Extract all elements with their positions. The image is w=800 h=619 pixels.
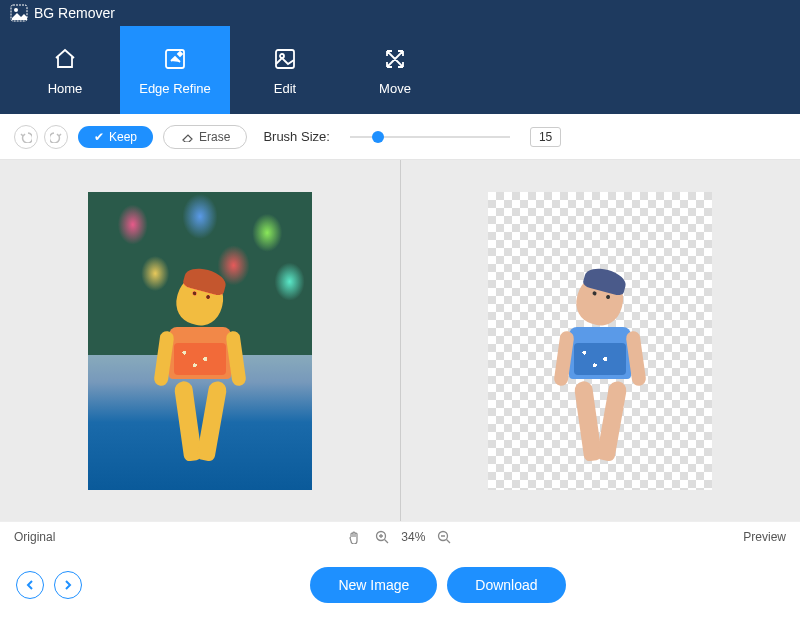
pan-hand-icon[interactable] <box>345 528 363 546</box>
toolbar: ✔ Keep Erase Brush Size: 15 <box>0 114 800 160</box>
footer: New Image Download <box>0 551 800 619</box>
edge-refine-icon <box>161 45 189 73</box>
app-header: BG Remover <box>0 0 800 26</box>
edit-icon <box>271 45 299 73</box>
app-title: BG Remover <box>34 5 115 21</box>
download-button[interactable]: Download <box>447 567 565 603</box>
original-label: Original <box>14 530 55 544</box>
tab-move-label: Move <box>379 81 411 96</box>
undo-redo-group <box>14 125 68 149</box>
erase-button[interactable]: Erase <box>163 125 247 149</box>
brush-size-value: 15 <box>530 127 561 147</box>
keep-label: Keep <box>109 130 137 144</box>
tab-home-label: Home <box>48 81 83 96</box>
tab-edge-refine-label: Edge Refine <box>139 81 211 96</box>
next-button[interactable] <box>54 571 82 599</box>
tab-edit[interactable]: Edit <box>230 26 340 114</box>
subject-mask-overlay <box>135 275 265 475</box>
preview-pane[interactable] <box>401 160 801 521</box>
redo-button[interactable] <box>44 125 68 149</box>
brush-size-label: Brush Size: <box>263 129 329 144</box>
preview-label: Preview <box>743 530 786 544</box>
original-pane[interactable] <box>0 160 401 521</box>
keep-check-icon: ✔ <box>94 130 104 144</box>
tab-edge-refine[interactable]: Edge Refine <box>120 26 230 114</box>
keep-button[interactable]: ✔ Keep <box>78 126 153 148</box>
svg-point-1 <box>14 8 18 12</box>
main-tabs: Home Edge Refine Edit Move <box>0 26 800 114</box>
tab-home[interactable]: Home <box>10 26 120 114</box>
app-logo-icon <box>10 4 28 22</box>
prev-button[interactable] <box>16 571 44 599</box>
brush-slider-wrap <box>350 136 510 138</box>
new-image-button[interactable]: New Image <box>310 567 437 603</box>
original-canvas <box>88 192 312 490</box>
tab-move[interactable]: Move <box>340 26 450 114</box>
workspace <box>0 160 800 521</box>
zoom-controls: 34% <box>345 528 453 546</box>
svg-rect-3 <box>276 50 294 68</box>
tab-edit-label: Edit <box>274 81 296 96</box>
zoom-level: 34% <box>401 530 425 544</box>
subject-cutout <box>535 275 665 475</box>
zoom-in-button[interactable] <box>373 528 391 546</box>
preview-canvas <box>488 192 712 490</box>
home-icon <box>51 45 79 73</box>
zoom-out-button[interactable] <box>435 528 453 546</box>
brush-size-slider[interactable] <box>350 136 510 138</box>
move-icon <box>381 45 409 73</box>
status-bar: Original 34% Preview <box>0 521 800 551</box>
eraser-icon <box>180 132 194 142</box>
undo-button[interactable] <box>14 125 38 149</box>
erase-label: Erase <box>199 130 230 144</box>
